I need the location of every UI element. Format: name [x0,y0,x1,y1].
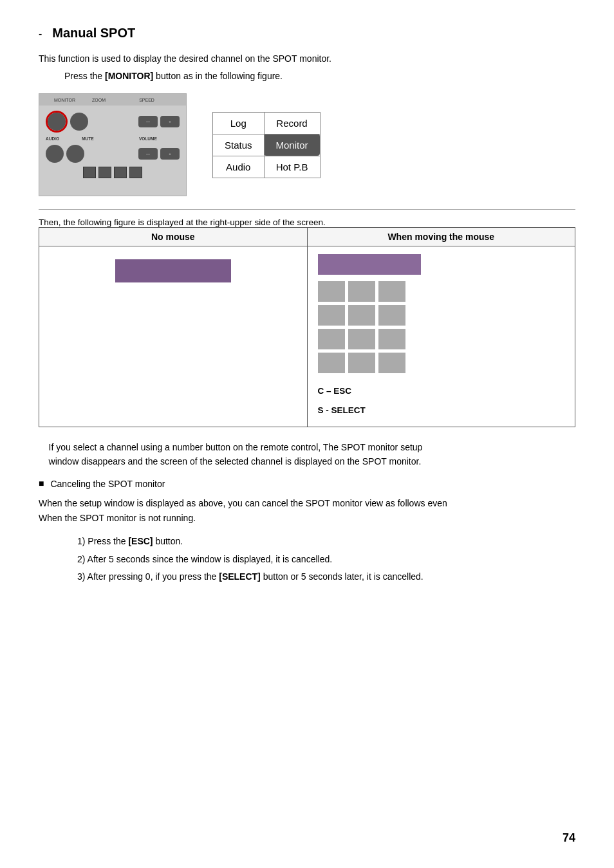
legend-s: S - SELECT [318,403,366,418]
grid-cell-9 [378,329,405,349]
menu-hotpb: Hot P.B [264,156,320,178]
zoom-button [70,113,88,131]
speed-minus: — [138,116,158,127]
remote-label-row2: AUDIO MUTE VOLUME [46,136,180,141]
menu-table: Log Record Status Monitor Audio Hot P.B [212,112,321,178]
menu-audio: Audio [213,156,265,178]
grid-icon-3 [114,167,127,178]
legend-c: C – ESC [318,383,352,399]
then-text: Then, the following figure is displayed … [39,217,575,227]
grid-cell-3 [378,281,405,302]
remote-label-zoom: ZOOM [92,98,106,102]
menu-row-2: Status Monitor [213,134,321,156]
grid-cell-1 [318,281,345,302]
bottom-para1: If you select a channel using a number b… [39,440,575,469]
grid-cell-6 [378,305,405,326]
title-dash: - [39,28,42,40]
bullet-icon: ■ [39,478,44,488]
mute-button [66,145,84,163]
grid-icon-2 [98,167,111,178]
bottom-intro2: When the setup window is displayed as ab… [39,496,575,525]
intro-line2: Press the [MONITOR] button as in the fol… [64,69,575,83]
no-mouse-rectangle [115,259,231,282]
col-header-no-mouse: No mouse [39,228,308,246]
section-separator [39,209,575,210]
grid-cell-7 [318,329,345,349]
moving-mouse-cell: C – ESC S - SELECT [307,246,575,427]
grid-cell-12 [378,353,405,373]
speed-plus: + [160,116,180,127]
page-title: Manual SPOT [52,26,135,41]
intro-line1: This function is used to display the des… [39,52,575,66]
grid-cell-5 [348,305,375,326]
vol-minus: — [138,148,158,160]
menu-log: Log [213,112,265,134]
bottom-section: If you select a channel using a number b… [39,440,575,584]
grid-cell-2 [348,281,375,302]
numbered-steps: Press the [ESC] button. After 5 seconds … [77,534,575,584]
step-1: Press the [ESC] button. [77,534,575,548]
menu-table-container: Log Record Status Monitor Audio Hot P.B [212,112,321,178]
mouse-content: C – ESC S - SELECT [318,254,565,419]
menu-record: Record [264,112,320,134]
grid-cell-4 [318,305,345,326]
remote-label-volume: VOLUME [139,136,157,141]
mouse-grid [318,281,405,373]
cancel-label: Canceling the SPOT monitor [50,477,165,491]
grid-cell-11 [348,353,375,373]
menu-row-3: Audio Hot P.B [213,156,321,178]
remote-label-monitor: MONITOR [54,98,75,102]
step-2: After 5 seconds since the window is disp… [77,552,575,566]
step-3: After pressing 0, if you press the [SELE… [77,569,575,584]
remote-row2: — + [46,145,180,163]
remote-label-speed: SPEED [139,98,154,102]
mouse-top-rectangle [318,254,421,275]
grid-icon-1 [83,167,96,178]
remote-grid-icons [83,167,142,178]
menu-status: Status [213,134,265,156]
menu-monitor: Monitor [264,134,320,156]
col-header-moving-mouse: When moving the mouse [307,228,575,246]
comparison-row: C – ESC S - SELECT [39,246,575,427]
page-number: 74 [563,831,575,845]
vol-plus: + [160,148,180,160]
remote-row1: — + [46,111,180,133]
menu-row-1: Log Record [213,112,321,134]
grid-cell-10 [318,353,345,373]
figures-row: MONITOR ZOOM SPEED — + AUDIO MUTE [39,93,575,196]
remote-label-mute: MUTE [82,136,93,141]
remote-diagram: MONITOR ZOOM SPEED — + AUDIO MUTE [39,93,187,196]
audio-button [46,145,64,163]
grid-icon-4 [129,167,142,178]
grid-cell-8 [348,329,375,349]
cancel-bullet-row: ■ Canceling the SPOT monitor [39,477,575,491]
monitor-button-circled [46,111,68,133]
monitor-button [48,113,66,131]
comparison-table: No mouse When moving the mouse [39,227,575,427]
no-mouse-cell [39,246,308,427]
remote-label-audio: AUDIO [46,136,59,141]
